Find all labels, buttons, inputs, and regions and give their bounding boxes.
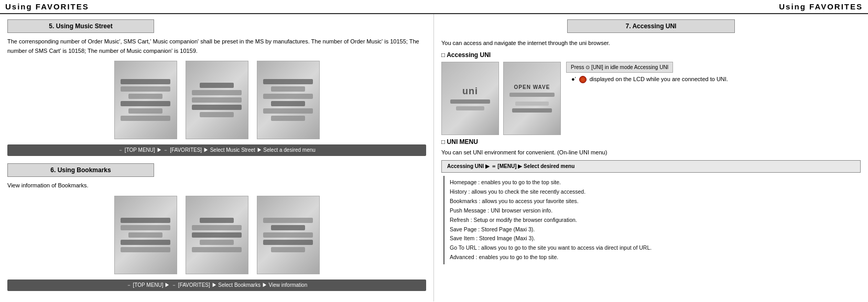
menu-item-7: Go To URL : allows you to go to the site… [450, 243, 861, 253]
section-6-nav: － [TOP MENU] ▶ － [FAVORITES] ▶ Select Bo… [7, 279, 426, 291]
accessing-uni-label: □ Accessing UNI [441, 51, 861, 59]
left-panel: 5. Using Music Street The corrensponding… [0, 14, 434, 301]
section-6-title: 6. Using Bookmarks [7, 163, 154, 177]
section-5-title: 5. Using Music Street [7, 19, 154, 33]
menu-item-1: History : allows you to check the site r… [450, 187, 861, 197]
section-7-title: 7. Accessing UNI [567, 19, 735, 33]
phone-image-1 [114, 61, 177, 139]
menu-item-6: Save Item : Stored Image (Maxi 3). [450, 234, 861, 243]
section-6-images [7, 196, 426, 274]
section-6: 6. Using Bookmarks View information of B… [7, 163, 426, 291]
uni-menu-label: □ UNI MENU [441, 138, 861, 146]
menu-item-4: Refresh : Setup or modify the browser co… [450, 216, 861, 225]
page-header: Using FAVORITES Using FAVORITES [0, 0, 868, 14]
phone-image-3 [257, 61, 320, 139]
uni-images: uni OPEN WAVE [441, 62, 561, 135]
uni-content-area: uni OPEN WAVE Press ⊙ [UNI] in idle mode… [441, 62, 861, 135]
phone-image-2 [186, 61, 248, 139]
menu-item-8: Advanced : enables you to go to the top … [450, 253, 861, 262]
uni-icon [579, 76, 587, 83]
header-left-title: Using FAVORITES [5, 2, 89, 11]
phone-image-4 [114, 196, 177, 274]
section-6-body: View information of Bookmarks. [7, 181, 426, 191]
section-7-body: You can access and navigate the internet… [441, 38, 861, 48]
section-5-nav: － [TOP MENU] ▶ － [FAVORITES] ▶ Select Mu… [7, 144, 426, 156]
bullet-dot-lcd: ●' displayed on the LCD while you are co… [571, 76, 728, 83]
right-panel: 7. Accessing UNI You can access and navi… [434, 14, 868, 301]
uni-menu-body: You can set UNI environment for convenie… [441, 148, 861, 158]
section-5-body: The corrensponding number of Order Music… [7, 37, 426, 55]
menu-list: Homepage : enables you to go to the top … [443, 176, 861, 264]
uni-info-box: Press ⊙ [UNI] in idle mode Accessing UNI… [566, 62, 728, 85]
menu-item-2: Bookmarks : allows you to access your fa… [450, 197, 861, 206]
section-5-images [7, 61, 426, 139]
section-7: 7. Accessing UNI You can access and navi… [441, 19, 861, 264]
menu-item-3: Push Message : UNI browser version info. [450, 206, 861, 216]
uni-menu-text: □ UNI MENU [441, 138, 478, 146]
section-5: 5. Using Music Street The corrensponding… [7, 19, 426, 156]
press-bar: Press ⊙ [UNI] in idle mode Accessing UNI [566, 62, 673, 73]
accessing-bar: Accessing UNI ▶ ＝ [MENU] ▶ Select desire… [441, 160, 861, 173]
uni-phone-image-2: OPEN WAVE [503, 62, 561, 135]
uni-phone-image-1: uni [441, 62, 499, 135]
phone-image-6 [257, 196, 320, 274]
main-layout: 5. Using Music Street The corrensponding… [0, 14, 868, 301]
menu-item-0: Homepage : enables you to go to the top … [450, 178, 861, 187]
phone-image-5 [186, 196, 248, 274]
accessing-uni-text: □ Accessing UNI [441, 51, 491, 59]
header-right-title: Using FAVORITES [779, 2, 863, 11]
menu-item-5: Save Page : Stored Page (Maxi 3). [450, 225, 861, 234]
